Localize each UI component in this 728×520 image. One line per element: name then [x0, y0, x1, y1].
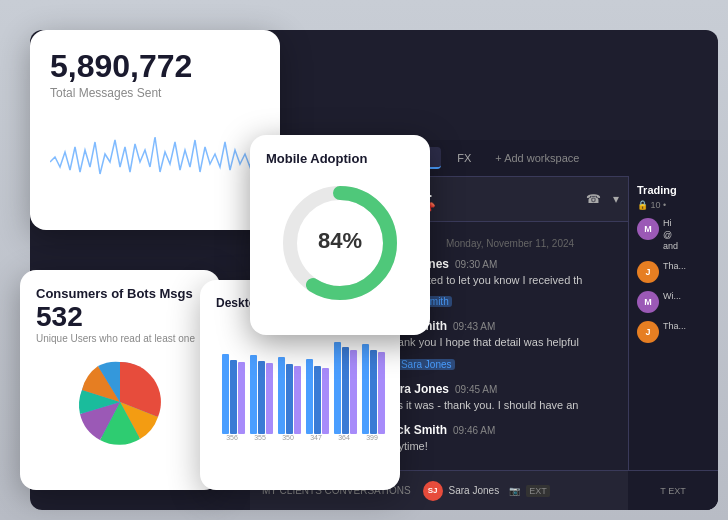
svg-rect-21 [378, 352, 385, 434]
tab-add-workspace[interactable]: + Add workspace [487, 148, 587, 168]
svg-rect-7 [250, 355, 257, 434]
message-time: 09:30 AM [455, 259, 497, 270]
right-bottom-bar: T EXT [628, 470, 718, 510]
message-time: 09:45 AM [455, 384, 497, 395]
bots-description: Unique Users who read at least one [36, 333, 204, 344]
svg-rect-12 [294, 366, 301, 434]
trading-avatar: J [637, 261, 659, 283]
trading-text: Tha... [663, 321, 686, 343]
message-time: 09:46 AM [453, 425, 495, 436]
svg-text:350: 350 [282, 434, 294, 441]
sparkline [50, 112, 260, 192]
messages-big-number: 5,890,772 [50, 50, 260, 82]
card-messages: 5,890,772 Total Messages Sent [30, 30, 280, 230]
trading-message: J Tha... [637, 261, 710, 283]
svg-rect-17 [342, 347, 349, 434]
phone-icon[interactable]: ☎ [584, 190, 603, 208]
message-time: 09:43 AM [453, 321, 495, 332]
svg-rect-10 [278, 357, 285, 434]
trading-message: J Tha... [637, 321, 710, 343]
svg-text:355: 355 [254, 434, 266, 441]
bottom-sara-name: Sara Jones [449, 485, 500, 496]
svg-text:84%: 84% [318, 228, 362, 253]
svg-rect-16 [334, 342, 341, 434]
svg-text:347: 347 [310, 434, 322, 441]
svg-rect-18 [350, 350, 357, 434]
svg-rect-20 [370, 350, 377, 434]
bots-title: Consumers of Bots Msgs [36, 286, 204, 301]
trading-panel: Trading 🔒 10 • M Hi@and J Tha... M Wi...… [628, 176, 718, 510]
svg-rect-4 [222, 354, 229, 434]
trading-text: Tha... [663, 261, 686, 283]
chevron-icon[interactable]: ▾ [611, 190, 621, 208]
bar-chart-container: 422 356 [216, 318, 384, 446]
svg-text:399: 399 [366, 434, 378, 441]
tab-fx[interactable]: FX [445, 148, 483, 168]
bottom-avatar: SJ [423, 481, 443, 501]
svg-rect-6 [238, 362, 245, 434]
bar-chart-svg: 356 355 350 347 364 399 [220, 332, 390, 442]
card-mobile-adoption: Mobile Adoption 84% [250, 135, 430, 335]
messages-label: Total Messages Sent [50, 86, 260, 100]
trading-text: Wi... [663, 291, 681, 313]
pie-chart [70, 352, 170, 452]
bots-number: 532 [36, 301, 204, 333]
svg-rect-19 [362, 344, 369, 434]
trading-title: Trading [637, 184, 710, 196]
svg-text:356: 356 [226, 434, 238, 441]
trading-avatar: M [637, 291, 659, 313]
trading-text: Hi@and [663, 218, 678, 253]
svg-rect-15 [322, 368, 329, 434]
svg-rect-9 [266, 363, 273, 434]
svg-rect-5 [230, 360, 237, 434]
trading-message: M Wi... [637, 291, 710, 313]
trading-message: M Hi@and [637, 218, 710, 253]
svg-rect-14 [314, 366, 321, 434]
svg-rect-8 [258, 361, 265, 434]
mobile-adoption-title: Mobile Adoption [266, 151, 414, 166]
donut-chart: 84% [266, 178, 414, 308]
svg-rect-13 [306, 359, 313, 434]
trading-subtitle: 🔒 10 • [637, 200, 710, 210]
right-bottom-text: T EXT [660, 486, 685, 496]
svg-text:364: 364 [338, 434, 350, 441]
bottom-sara-info: SJ Sara Jones 📷 EXT [423, 481, 550, 501]
svg-rect-11 [286, 364, 293, 434]
trading-avatar: J [637, 321, 659, 343]
card-bots: Consumers of Bots Msgs 532 Unique Users … [20, 270, 220, 490]
trading-avatar: M [637, 218, 659, 240]
